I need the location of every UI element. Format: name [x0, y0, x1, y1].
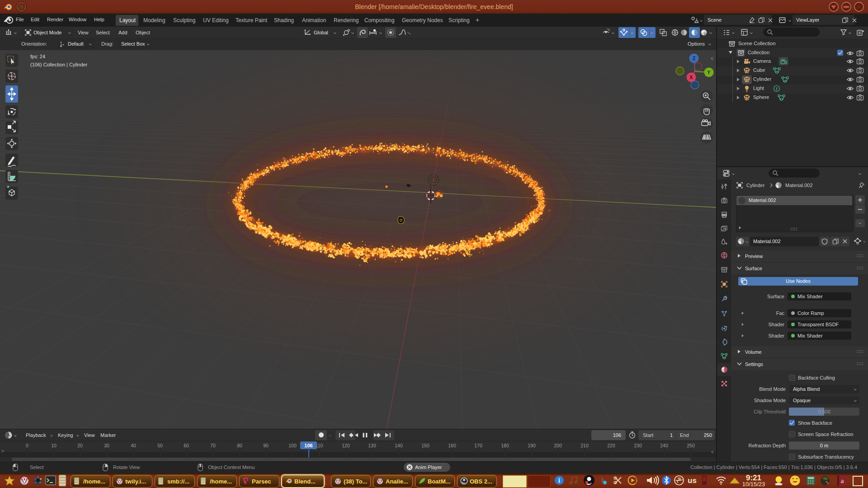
svg-text:X: X [689, 75, 693, 80]
svg-text:i: i [558, 477, 560, 484]
svg-text:Z: Z [693, 56, 696, 61]
svg-text:Y: Y [707, 70, 711, 75]
svg-text:a: a [841, 478, 844, 484]
